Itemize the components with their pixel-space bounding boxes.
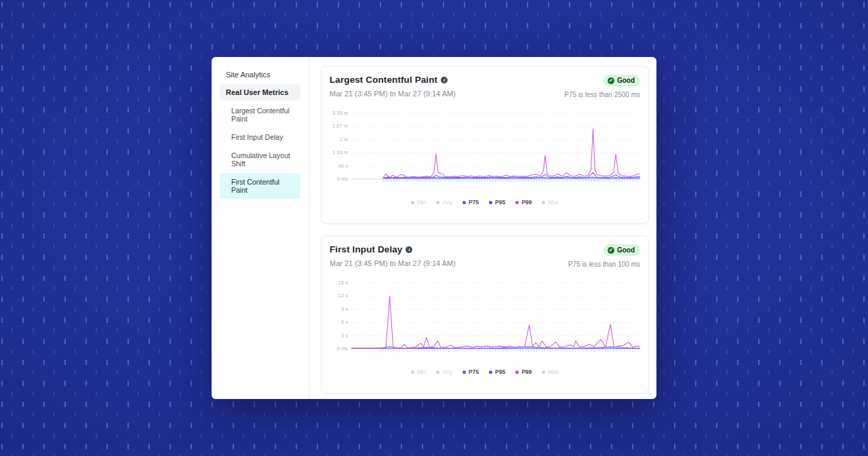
status-badge-label: Good [617, 246, 635, 254]
line-chart: 0 ms40 s1.33 m2 m2.67 m3.33 m [330, 113, 640, 184]
legend-item-p75[interactable]: P75 [462, 199, 479, 206]
y-axis-labels: 0 ms40 s1.33 m2 m2.67 m3.33 m [330, 113, 351, 184]
legend-dot-icon [489, 201, 492, 204]
legend-item-min[interactable]: Min [411, 199, 427, 206]
info-icon[interactable]: i [441, 77, 448, 83]
card-title: Largest Contentful Paint [330, 75, 437, 85]
y-axis-tick-label: 3.33 m [332, 110, 348, 116]
legend-item-p99[interactable]: P99 [515, 368, 532, 375]
y-axis-tick-label: 40 s [338, 163, 348, 169]
legend-label: P95 [495, 199, 505, 206]
analytics-panel: Site Analytics Real User Metrics Largest… [212, 57, 656, 399]
sidebar-item-largest-contentful-paint[interactable]: Largest Contentful Paint [220, 102, 300, 128]
legend-label: P75 [469, 368, 479, 375]
legend-dot-icon [462, 370, 466, 374]
line-chart: 0 ms3 s6 s9 s12 s15 s [330, 282, 640, 354]
main-content: Largest Contentful Paint i Mar 21 (3:45 … [309, 57, 656, 399]
y-axis-tick-label: 0 ms [337, 176, 348, 182]
legend-item-max[interactable]: Max [542, 199, 559, 206]
date-range: Mar 21 (3:45 PM) to Mar 27 (9:14 AM) [330, 90, 456, 98]
card-header: Largest Contentful Paint i Mar 21 (3:45 … [330, 75, 640, 98]
sidebar-item-first-input-delay[interactable]: First Input Delay [220, 128, 300, 146]
legend-dot-icon [515, 201, 519, 204]
sidebar: Site Analytics Real User Metrics Largest… [212, 57, 309, 399]
card-title: First Input Delay [330, 244, 402, 254]
legend-item-avg[interactable]: Avg [436, 199, 452, 206]
legend-label: P99 [521, 368, 532, 375]
legend-dot-icon [542, 370, 545, 374]
legend-dot-icon [411, 201, 414, 204]
legend-dot-icon [542, 201, 545, 204]
status-badge: ✓ Good [604, 244, 640, 256]
legend-item-min[interactable]: Min [411, 368, 427, 375]
chart-plot-area [351, 282, 640, 354]
sidebar-item-real-user-metrics[interactable]: Real User Metrics [220, 84, 300, 100]
series-line-p99 [383, 129, 640, 178]
date-range: Mar 21 (3:45 PM) to Mar 27 (9:14 AM) [330, 259, 456, 267]
legend-dot-icon [436, 370, 439, 374]
legend-label: Avg [442, 368, 452, 375]
y-axis-tick-label: 12 s [338, 292, 348, 299]
chart-legend: MinAvgP75P95P99Max [321, 368, 648, 375]
y-axis-tick-label: 1.33 m [332, 149, 348, 155]
y-axis-tick-label: 2 m [339, 136, 348, 142]
status-badge: ✓ Good [604, 75, 640, 86]
legend-label: Avg [442, 199, 452, 206]
chart-plot-area [351, 113, 640, 184]
legend-label: P75 [469, 199, 479, 206]
status-badge-label: Good [617, 77, 635, 84]
y-axis-tick-label: 0 ms [337, 345, 348, 352]
legend-dot-icon [411, 370, 414, 374]
legend-dot-icon [462, 201, 466, 204]
card-header: First Input Delay i Mar 21 (3:45 PM) to … [330, 244, 640, 268]
legend-dot-icon [436, 201, 439, 204]
legend-label: P99 [521, 199, 532, 206]
legend-item-avg[interactable]: Avg [436, 368, 452, 375]
legend-label: P95 [495, 368, 505, 375]
y-axis-tick-label: 2.67 m [332, 123, 348, 129]
check-circle-icon: ✓ [608, 77, 614, 84]
chart-legend: MinAvgP75P95P99Max [321, 199, 648, 206]
legend-item-max[interactable]: Max [542, 368, 559, 375]
y-axis-labels: 0 ms3 s6 s9 s12 s15 s [330, 282, 351, 354]
check-circle-icon: ✓ [608, 247, 614, 254]
fid-chart-card: First Input Delay i Mar 21 (3:45 PM) to … [321, 235, 649, 394]
legend-item-p99[interactable]: P99 [515, 199, 532, 206]
y-axis-tick-label: 15 s [338, 280, 348, 286]
legend-dot-icon [515, 370, 519, 374]
legend-label: Max [548, 199, 559, 206]
lcp-chart-card: Largest Contentful Paint i Mar 21 (3:45 … [321, 66, 649, 224]
legend-item-p75[interactable]: P75 [462, 368, 479, 375]
legend-item-p95[interactable]: P95 [489, 368, 505, 375]
legend-item-p95[interactable]: P95 [489, 199, 505, 206]
legend-label: Min [417, 368, 427, 375]
y-axis-tick-label: 9 s [341, 306, 348, 312]
y-axis-tick-label: 6 s [341, 319, 348, 325]
sidebar-item-cumulative-layout-shift[interactable]: Cumulative Layout Shift [220, 147, 300, 172]
sidebar-item-first-contentful-paint[interactable]: First Contentful Paint [220, 173, 300, 199]
legend-label: Max [548, 368, 559, 375]
info-icon[interactable]: i [406, 246, 412, 253]
threshold-note: P75 is less than 100 ms [568, 261, 640, 268]
threshold-note: P75 is less than 2500 ms [564, 91, 640, 98]
legend-dot-icon [489, 370, 492, 374]
sidebar-section-title[interactable]: Site Analytics [220, 66, 300, 84]
legend-label: Min [417, 199, 427, 206]
y-axis-tick-label: 3 s [341, 332, 348, 339]
